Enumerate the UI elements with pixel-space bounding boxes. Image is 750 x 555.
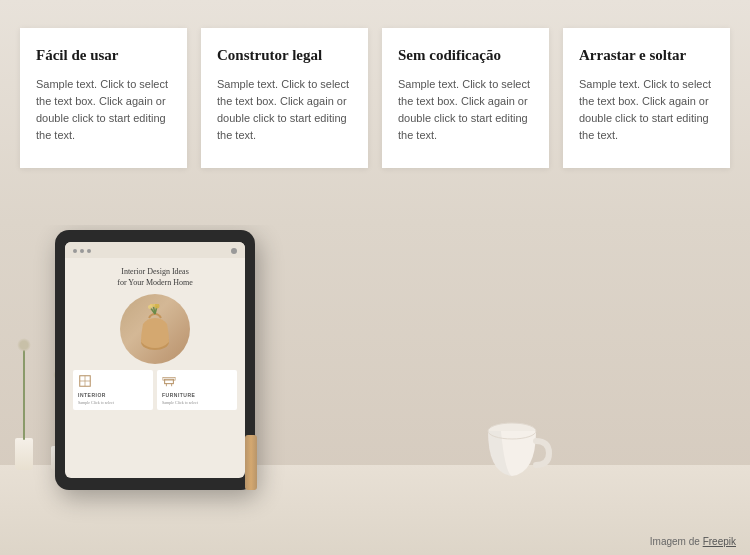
attribution-text: Imagem de Freepik: [650, 536, 736, 547]
wooden-stick-decoration: [245, 435, 257, 490]
feature-cards-section: Fácil de usar Sample text. Click to sele…: [0, 0, 750, 168]
vase-svg: [135, 304, 175, 354]
card-1[interactable]: Fácil de usar Sample text. Click to sele…: [20, 28, 187, 168]
card-2-text: Sample text. Click to select the text bo…: [217, 76, 352, 144]
tablet-hero-image: [120, 294, 190, 364]
tablet-screen: Interior Design Ideasfor Your Modern Hom…: [65, 242, 245, 478]
dot-2: [80, 249, 84, 253]
furniture-icon: [162, 374, 178, 390]
card-4-text: Sample text. Click to select the text bo…: [579, 76, 714, 144]
tablet-header: [65, 242, 245, 258]
attribution-prefix: Imagem de: [650, 536, 700, 547]
tablet-mini-card-furniture-label: FURNITURE: [162, 392, 232, 398]
plant-1: [15, 438, 33, 470]
card-4[interactable]: Arrastar e soltar Sample text. Click to …: [563, 28, 730, 168]
tablet-mini-card-interior: INTERIOR Sample Click to select: [73, 370, 153, 410]
tablet-content: Interior Design Ideasfor Your Modern Hom…: [65, 258, 245, 478]
card-1-text: Sample text. Click to select the text bo…: [36, 76, 171, 144]
card-2[interactable]: Construtor legal Sample text. Click to s…: [201, 28, 368, 168]
interior-icon: [78, 374, 94, 390]
card-1-title: Fácil de usar: [36, 46, 171, 66]
tablet-title: Interior Design Ideasfor Your Modern Hom…: [117, 266, 193, 288]
card-3[interactable]: Sem codificação Sample text. Click to se…: [382, 28, 549, 168]
dot-3: [87, 249, 91, 253]
tablet-lock-icon: [231, 248, 237, 254]
tablet-device: Interior Design Ideasfor Your Modern Hom…: [55, 230, 255, 490]
card-4-title: Arrastar e soltar: [579, 46, 714, 66]
dot-1: [73, 249, 77, 253]
plant-stem-1: [23, 350, 25, 440]
svg-point-6: [148, 305, 152, 309]
card-2-title: Construtor legal: [217, 46, 352, 66]
plant-fluff-1: [17, 338, 31, 352]
mug-decoration: [475, 411, 555, 490]
tablet-dots: [73, 249, 91, 253]
card-3-title: Sem codificação: [398, 46, 533, 66]
card-3-text: Sample text. Click to select the text bo…: [398, 76, 533, 144]
tablet-mini-card-furniture-text: Sample Click to select: [162, 400, 232, 406]
tablet-bottom-section: INTERIOR Sample Click to select: [73, 370, 237, 410]
tablet-mini-card-interior-text: Sample Click to select: [78, 400, 148, 406]
svg-point-5: [155, 304, 160, 309]
tablet-mini-card-interior-label: INTERIOR: [78, 392, 148, 398]
tablet-mini-card-furniture: FURNITURE Sample Click to select: [157, 370, 237, 410]
attribution-link[interactable]: Freepik: [703, 536, 736, 547]
tablet-mockup: Interior Design Ideasfor Your Modern Hom…: [55, 230, 255, 490]
plant-vase-1: [15, 438, 33, 470]
scene-section: Interior Design Ideasfor Your Modern Hom…: [0, 225, 750, 555]
mug-svg: [475, 411, 555, 486]
